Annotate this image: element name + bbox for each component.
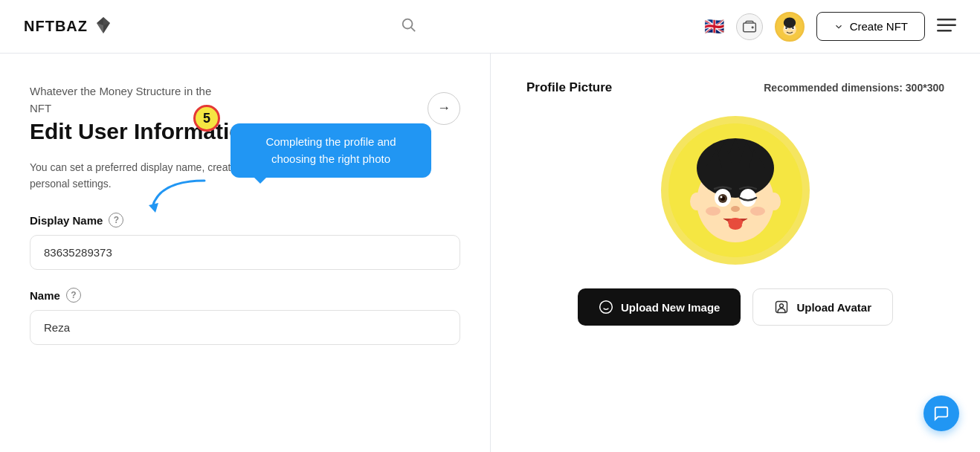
svg-point-29 [721, 196, 723, 198]
name-input[interactable] [30, 310, 460, 345]
dimensions-text: Recommended dimensions: 300*300 [764, 82, 944, 94]
display-name-label-text: Display Name [30, 214, 103, 227]
navbar-search-area[interactable] [400, 16, 416, 36]
create-nft-label: Create NFT [850, 20, 908, 33]
svg-point-3 [403, 19, 413, 29]
next-arrow-button[interactable]: → [428, 92, 460, 125]
profile-avatar-container [661, 116, 810, 265]
main-content: Whatever the Money Structure in the NFT … [0, 54, 980, 452]
svg-point-37 [600, 301, 613, 314]
callout-arrow [145, 177, 212, 217]
name-help-icon[interactable]: ? [66, 288, 81, 303]
language-flag[interactable]: 🇬🇧 [704, 17, 724, 36]
svg-rect-15 [937, 30, 952, 32]
upload-new-image-label: Upload New Image [621, 301, 720, 314]
upload-avatar-label: Upload Avatar [796, 301, 871, 314]
svg-rect-13 [937, 19, 956, 21]
upload-avatar-icon [774, 300, 789, 314]
navbar: NFTBAZ 🇬🇧 [0, 0, 980, 54]
help-icon-label2: ? [71, 290, 76, 300]
svg-line-4 [411, 28, 415, 31]
chat-button[interactable] [923, 396, 959, 431]
display-name-input[interactable] [30, 235, 460, 270]
display-name-help-icon[interactable]: ? [109, 213, 123, 227]
user-avatar-nav[interactable] [775, 12, 805, 42]
svg-rect-14 [937, 24, 956, 26]
svg-point-33 [690, 193, 703, 210]
svg-point-35 [706, 207, 721, 216]
name-label: Name ? [30, 288, 460, 303]
search-button[interactable] [400, 16, 416, 36]
svg-marker-16 [149, 203, 158, 213]
wallet-icon[interactable] [736, 13, 763, 40]
profile-pic-header: Profile Picture Recommended dimensions: … [526, 80, 944, 95]
svg-point-32 [729, 221, 742, 230]
logo-diamond-icon [94, 16, 113, 38]
upload-buttons-row: Upload New Image Upload Avatar [526, 288, 944, 326]
arrow-forward-icon: → [437, 100, 451, 116]
display-name-section: 5 Completing the profile and choosing th… [30, 213, 460, 288]
callout-number-text: 5 [203, 111, 210, 126]
callout-text: Completing the profile and choosing the … [265, 135, 396, 165]
breadcrumb-line1: Whatever the Money Structure in the [30, 83, 460, 100]
create-nft-button[interactable]: Create NFT [816, 12, 925, 41]
help-icon-label: ? [114, 215, 119, 225]
svg-point-26 [740, 189, 756, 207]
svg-point-30 [731, 206, 740, 212]
chat-icon [933, 405, 950, 422]
hamburger-icon[interactable] [937, 17, 956, 36]
right-panel: Profile Picture Recommended dimensions: … [491, 54, 980, 452]
svg-point-36 [750, 207, 765, 216]
profile-avatar-image [668, 123, 802, 257]
upload-new-icon [599, 300, 613, 314]
profile-picture-label: Profile Picture [526, 80, 612, 95]
left-panel: Whatever the Money Structure in the NFT … [0, 54, 491, 452]
svg-rect-5 [743, 23, 755, 32]
upload-avatar-button[interactable]: Upload Avatar [752, 288, 893, 326]
svg-point-41 [780, 304, 784, 308]
name-label-text: Name [30, 289, 60, 302]
callout-bubble: Completing the profile and choosing the … [231, 123, 431, 178]
logo-text: NFTBAZ [24, 18, 88, 35]
display-name-label: Display Name ? [30, 213, 460, 227]
navbar-logo-area: NFTBAZ [24, 16, 113, 38]
breadcrumb-line2: NFT [30, 102, 460, 114]
name-section: Name ? [30, 288, 460, 363]
upload-new-image-button[interactable]: Upload New Image [578, 288, 741, 326]
navbar-right-area: 🇬🇧 [704, 12, 956, 42]
svg-point-34 [767, 193, 781, 210]
